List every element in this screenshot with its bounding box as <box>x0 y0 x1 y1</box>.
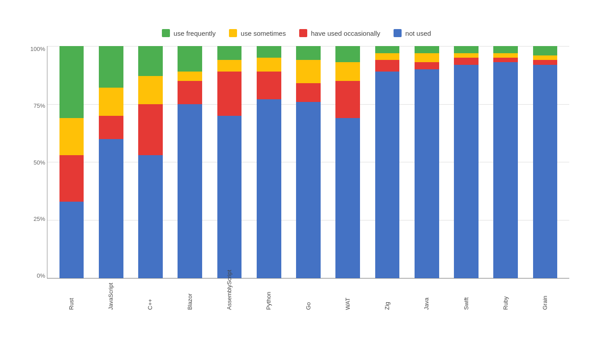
bar-segment-use_sometimes <box>375 53 400 60</box>
x-axis-label: JavaScript <box>107 280 114 312</box>
bar-group <box>446 46 486 278</box>
bar-segment-use_sometimes <box>296 60 321 83</box>
legend-label: use sometimes <box>241 30 286 37</box>
bar-group <box>486 46 525 278</box>
bar-group <box>170 46 210 278</box>
bar-segment-use_sometimes <box>493 53 518 58</box>
bar-segment-use_frequently <box>59 46 84 118</box>
x-label-wrap: AssemblyScript <box>209 280 249 312</box>
bar-segment-use_sometimes <box>533 55 558 60</box>
bar-segment-use_frequently <box>454 46 479 53</box>
x-axis-label: Java <box>423 280 430 312</box>
bar-segment-not_used <box>375 72 400 278</box>
x-label-wrap: C++ <box>131 280 170 312</box>
legend-swatch <box>229 29 237 37</box>
bar-segment-have_used_occasionally <box>257 72 281 99</box>
bar-segment-use_sometimes <box>415 53 439 63</box>
x-axis-label: Swift <box>463 280 470 312</box>
x-label-wrap: Rust <box>51 280 91 312</box>
bar-segment-not_used <box>415 69 439 278</box>
x-axis-label: Grain <box>542 280 548 312</box>
bar-segment-use_sometimes <box>178 72 202 81</box>
legend-label: have used occasionally <box>311 30 380 37</box>
x-axis-label: WAT <box>344 280 351 312</box>
stacked-bar <box>257 46 281 278</box>
bars-area <box>47 46 569 279</box>
x-axis-label: Go <box>305 280 312 312</box>
legend-swatch <box>394 29 402 37</box>
bar-segment-not_used <box>59 202 84 278</box>
x-label-wrap: Ruby <box>486 280 525 312</box>
bar-segment-have_used_occasionally <box>375 60 400 72</box>
bar-segment-use_frequently <box>99 46 123 88</box>
x-axis-label: Rust <box>68 280 75 312</box>
bar-segment-use_sometimes <box>454 53 479 58</box>
legend-item: not used <box>394 29 431 37</box>
stacked-bar <box>375 46 400 278</box>
bar-segment-have_used_occasionally <box>454 58 479 65</box>
legend-label: use frequently <box>174 30 216 37</box>
x-axis: RustJavaScriptC++BlazorAssemblyScriptPyt… <box>47 280 569 312</box>
bar-group <box>210 46 249 278</box>
x-axis-label: Python <box>265 280 272 312</box>
bar-group <box>525 46 565 278</box>
stacked-bar <box>454 46 479 278</box>
x-axis-label: C++ <box>147 280 153 312</box>
x-axis-label: Ruby <box>502 280 509 312</box>
bar-segment-use_frequently <box>375 46 400 53</box>
bar-group <box>328 46 368 278</box>
legend-swatch <box>299 29 307 37</box>
stacked-bar <box>296 46 321 278</box>
bar-group <box>52 46 91 278</box>
y-axis-label: 50% <box>24 160 45 165</box>
legend-item: use frequently <box>162 29 216 37</box>
bar-segment-use_frequently <box>533 46 558 55</box>
legend: use frequentlyuse sometimeshave used occ… <box>24 29 569 37</box>
bar-segment-have_used_occasionally <box>533 60 558 64</box>
x-label-wrap: Blazor <box>170 280 209 312</box>
y-axis-label: 75% <box>24 103 45 109</box>
bar-segment-use_frequently <box>335 46 360 62</box>
stacked-bar <box>493 46 518 278</box>
bar-segment-use_frequently <box>296 46 321 60</box>
bar-segment-have_used_occasionally <box>217 72 242 116</box>
x-label-wrap: JavaScript <box>91 280 130 312</box>
stacked-bar <box>217 46 242 278</box>
bar-segment-use_sometimes <box>257 58 281 72</box>
x-axis-label: Zig <box>384 280 390 312</box>
legend-item: have used occasionally <box>299 29 380 37</box>
stacked-bar <box>533 46 558 278</box>
legend-swatch <box>162 29 170 37</box>
stacked-bar <box>138 46 163 278</box>
x-label-wrap: Grain <box>525 280 565 312</box>
x-label-wrap: Zig <box>368 280 407 312</box>
bar-segment-use_frequently <box>257 46 281 58</box>
bar-segment-use_frequently <box>178 46 202 72</box>
bar-segment-use_sometimes <box>217 60 242 72</box>
bar-segment-use_frequently <box>138 46 163 76</box>
y-axis-label: 0% <box>24 273 45 279</box>
stacked-bar <box>178 46 202 278</box>
x-axis-label: AssemblyScript <box>226 280 233 312</box>
bar-segment-use_sometimes <box>335 62 360 81</box>
bar-segment-use_sometimes <box>99 88 123 115</box>
chart-container: use frequentlyuse sometimeshave used occ… <box>15 8 578 356</box>
bar-segment-have_used_occasionally <box>296 83 321 102</box>
bar-segment-have_used_occasionally <box>178 81 202 104</box>
bar-segment-not_used <box>493 62 518 278</box>
bar-segment-have_used_occasionally <box>99 116 123 139</box>
bar-segment-not_used <box>454 65 479 279</box>
bar-segment-not_used <box>533 65 558 279</box>
bar-segment-not_used <box>217 116 242 278</box>
x-axis-label: Blazor <box>186 280 193 312</box>
bar-segment-not_used <box>99 139 123 278</box>
bar-segment-use_frequently <box>493 46 518 53</box>
y-axis-label: 25% <box>24 216 45 222</box>
x-label-wrap: WAT <box>328 280 367 312</box>
bar-segment-not_used <box>138 155 163 278</box>
bar-group <box>288 46 328 278</box>
bars-and-x: RustJavaScriptC++BlazorAssemblyScriptPyt… <box>47 46 569 296</box>
bar-group <box>91 46 131 278</box>
bar-segment-have_used_occasionally <box>59 155 84 202</box>
y-axis-label: 100% <box>24 46 45 52</box>
